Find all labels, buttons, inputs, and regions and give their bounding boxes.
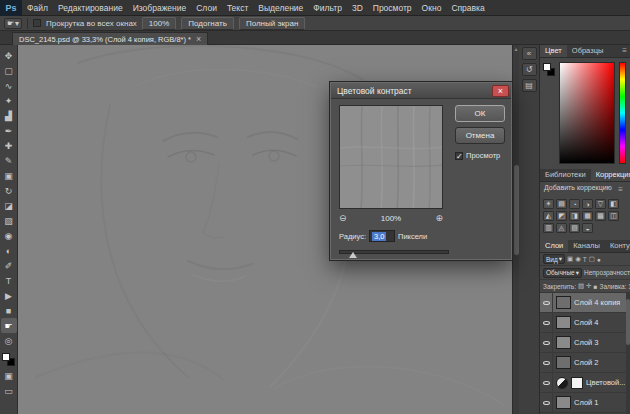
fill-screen-button[interactable]: Полный экран (239, 17, 305, 30)
collapse-panels-icon[interactable]: « (522, 47, 537, 60)
panel-menu-icon[interactable]: ≡ (615, 184, 626, 196)
tab-swatches[interactable]: Образцы (567, 45, 609, 57)
layer-row-active[interactable]: Слой 4 копия (540, 293, 630, 313)
move-tool[interactable]: ✥ (1, 48, 17, 63)
dodge-tool[interactable]: ◐ (1, 243, 17, 258)
layer-thumbnail[interactable] (556, 356, 571, 369)
layer-thumbnail[interactable] (556, 296, 571, 309)
saturation-brightness-field[interactable] (559, 62, 615, 164)
radius-input[interactable]: 3,0 (369, 230, 395, 242)
visibility-toggle[interactable] (540, 293, 553, 313)
eraser-tool[interactable]: ◪ (1, 198, 17, 213)
adjustment-layer-row[interactable]: Цветовой... (540, 373, 630, 393)
menu-layers[interactable]: Слои (191, 0, 222, 16)
brightness-adjustment-icon[interactable]: ☀ (543, 199, 554, 209)
scrollbar-thumb[interactable] (626, 299, 630, 345)
tool-preset-dropdown[interactable]: ☛ ▾ (4, 18, 22, 29)
tab-adjustments[interactable]: Коррекция (591, 169, 630, 181)
zoom-in-icon[interactable]: ⊕ (435, 213, 443, 223)
brush-tool[interactable]: ✎ (1, 153, 17, 168)
menu-select[interactable]: Выделение (253, 0, 308, 16)
layer-row[interactable]: Слой 2 (540, 353, 630, 373)
menu-edit[interactable]: Редактирование (53, 0, 128, 16)
menu-window[interactable]: Окно (417, 0, 447, 16)
scroll-up-icon[interactable]: ▴ (514, 46, 517, 52)
type-tool[interactable]: T (1, 273, 17, 288)
hue-adjustment-icon[interactable]: ◧ (608, 199, 619, 209)
menu-image[interactable]: Изображение (128, 0, 192, 16)
menu-type[interactable]: Текст (222, 0, 253, 16)
clone-stamp-tool[interactable]: ▣ (1, 168, 17, 183)
blur-tool[interactable]: ◉ (1, 228, 17, 243)
lock-position-icon[interactable]: ✛ (586, 282, 591, 290)
channel-mixer-adjustment-icon[interactable]: ▦ (582, 211, 593, 221)
invert-adjustment-icon[interactable]: ◫ (608, 211, 619, 221)
tab-color[interactable]: Цвет (540, 45, 567, 57)
path-select-tool[interactable]: ▶ (1, 288, 17, 303)
color-swatches-mini[interactable] (543, 63, 557, 79)
lock-transparency-icon[interactable]: ▨ (578, 282, 584, 290)
visibility-toggle[interactable] (540, 373, 553, 393)
posterize-adjustment-icon[interactable]: ▥ (543, 223, 554, 233)
quick-mask-icon[interactable]: ▣ (1, 368, 17, 383)
menu-help[interactable]: Справка (446, 0, 489, 16)
foreground-color-swatch[interactable] (2, 353, 10, 361)
filter-type-icon[interactable]: T (583, 256, 587, 263)
color-lookup-adjustment-icon[interactable]: ▩ (595, 211, 606, 221)
shape-tool[interactable]: ■ (1, 303, 17, 318)
actual-pixels-button[interactable]: 100% (142, 17, 176, 30)
filter-kind-dropdown[interactable]: Вид ▾ (543, 254, 565, 264)
layer-row[interactable]: Слой 3 (540, 333, 630, 353)
visibility-toggle[interactable] (540, 393, 553, 413)
screen-mode-icon[interactable]: ▭ (1, 383, 17, 398)
visibility-toggle[interactable] (540, 333, 553, 353)
menu-3d[interactable]: 3D (347, 0, 368, 16)
eyedropper-tool[interactable]: ✒ (1, 123, 17, 138)
visibility-toggle[interactable] (540, 353, 553, 373)
slider-thumb[interactable] (349, 252, 357, 258)
blend-mode-dropdown[interactable]: Обычные ▾ (543, 268, 582, 278)
filter-pixel-icon[interactable]: ▣ (567, 255, 573, 263)
exposure-adjustment-icon[interactable]: ◑ (582, 199, 593, 209)
filter-adjustment-icon[interactable]: ◉ (575, 255, 581, 263)
tab-libraries[interactable]: Библиотеки (540, 169, 591, 181)
adjustment-layer-icon[interactable] (556, 377, 568, 389)
quick-select-tool[interactable]: ✦ (1, 93, 17, 108)
color-swatches-widget[interactable] (1, 352, 17, 368)
dialog-title-bar[interactable]: Цветовой контраст × (331, 83, 511, 99)
menu-filter[interactable]: Фильтр (308, 0, 347, 16)
pen-tool[interactable]: ✐ (1, 258, 17, 273)
tab-channels[interactable]: Каналы (568, 240, 605, 252)
color-balance-adjustment-icon[interactable]: ◭ (543, 211, 554, 221)
cancel-button[interactable]: Отмена (455, 127, 505, 144)
layers-scrollbar[interactable] (626, 293, 630, 414)
layer-thumbnail[interactable] (556, 316, 571, 329)
layer-row[interactable]: Слой 4 (540, 313, 630, 333)
document-tab[interactable]: DSC_2145.psd @ 33,3% (Слой 4 копия, RGB/… (12, 32, 208, 45)
layer-mask-thumbnail[interactable] (571, 377, 583, 389)
menu-view[interactable]: Просмотр (368, 0, 417, 16)
tab-layers[interactable]: Слои (540, 240, 568, 252)
levels-adjustment-icon[interactable]: ▤ (556, 199, 567, 209)
fit-screen-button[interactable]: Подогнать (181, 17, 234, 30)
hue-slider[interactable] (619, 62, 626, 164)
marquee-tool[interactable]: ▢ (1, 63, 17, 78)
gradient-map-adjustment-icon[interactable]: ▨ (569, 223, 580, 233)
layer-row[interactable]: Слой 1 (540, 393, 630, 413)
lasso-tool[interactable]: ∿ (1, 78, 17, 93)
lock-all-icon[interactable]: ■ (594, 283, 598, 290)
history-panel-icon[interactable]: ↺ (522, 63, 537, 76)
black-white-adjustment-icon[interactable]: ◩ (556, 211, 567, 221)
filter-shape-icon[interactable]: ▢ (589, 255, 595, 263)
layer-thumbnail[interactable] (556, 396, 571, 409)
filter-preview[interactable] (339, 105, 443, 209)
layer-thumbnail[interactable] (556, 336, 571, 349)
close-tab-icon[interactable]: × (196, 35, 201, 44)
hand-tool[interactable]: ☛ (1, 318, 17, 333)
menu-file[interactable]: Файл (22, 0, 53, 16)
history-brush-tool[interactable]: ↻ (1, 183, 17, 198)
crop-tool[interactable]: ▟ (1, 108, 17, 123)
tab-paths[interactable]: Контуры (605, 240, 630, 252)
properties-panel-icon[interactable]: ▤ (522, 79, 537, 92)
scroll-all-windows-checkbox[interactable] (33, 19, 41, 27)
